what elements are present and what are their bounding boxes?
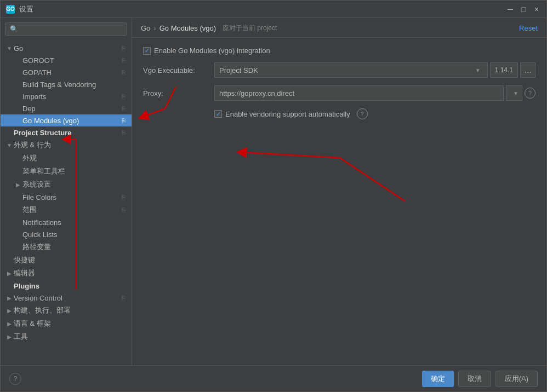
title-bar: GO 设置 ─ □ × bbox=[1, 1, 546, 18]
vgo-executable-select[interactable]: Project SDK ▼ bbox=[214, 62, 488, 78]
sidebar-item-system-settings[interactable]: ▶ 系统设置 bbox=[1, 178, 132, 191]
vendoring-label: Enable vendoring support automatically bbox=[225, 110, 350, 118]
expand-placeholder-imports bbox=[14, 92, 22, 101]
vendoring-checkbox[interactable] bbox=[214, 110, 222, 118]
vgo-executable-arrow: ▼ bbox=[473, 67, 483, 73]
sidebar-item-label-notifications: Notifications bbox=[22, 218, 127, 227]
sidebar-item-lang-frameworks[interactable]: ▶ 语言 & 框架 bbox=[1, 317, 132, 330]
expand-placeholder-build bbox=[14, 80, 22, 89]
right-panel: Go › Go Modules (vgo) 应对于当前 project Rese… bbox=[132, 18, 546, 365]
sidebar-item-label-appearance: 外观 & 行为 bbox=[14, 140, 127, 150]
vendoring-row: Enable vendoring support automatically ? bbox=[143, 108, 535, 119]
sidebar-item-imports[interactable]: Imports ⎘ bbox=[1, 90, 132, 102]
vgo-executable-row: Vgo Executable: Project SDK ▼ 1.14.1 … bbox=[143, 62, 535, 78]
copy-icon-modules[interactable]: ⎘ bbox=[120, 117, 127, 124]
proxy-dropdown-arrow: ▼ bbox=[511, 90, 521, 96]
vgo-more-button[interactable]: … bbox=[520, 62, 535, 78]
sidebar-item-label-scope: 范围 bbox=[22, 205, 120, 215]
sidebar-item-label-menus: 菜单和工具栏 bbox=[22, 166, 127, 176]
sidebar-item-gopath[interactable]: GOPATH ⎘ bbox=[1, 66, 132, 78]
sidebar-item-label-plugins: Plugins bbox=[14, 282, 127, 290]
sidebar-item-tools[interactable]: ▶ 工具 bbox=[1, 330, 132, 343]
proxy-help-icon[interactable]: ? bbox=[525, 88, 535, 99]
sidebar-item-label-build-exec: 构建、执行、部署 bbox=[14, 305, 127, 315]
expand-placeholder-dep bbox=[14, 104, 22, 113]
expand-icon-go: ▼ bbox=[5, 44, 14, 53]
sidebar-item-goroot[interactable]: GOROOT ⎘ bbox=[1, 54, 132, 66]
apply-button[interactable]: 应用(A) bbox=[495, 371, 538, 387]
expand-icon-vc: ▶ bbox=[5, 293, 14, 302]
sidebar-item-version-control[interactable]: ▶ Version Control ⎘ bbox=[1, 292, 132, 304]
sidebar-item-scope[interactable]: 范围 ⎘ bbox=[1, 203, 132, 216]
expand-icon-lf: ▶ bbox=[5, 319, 14, 328]
sidebar-item-label-file-colors: File Colors bbox=[22, 193, 120, 201]
proxy-dropdown[interactable]: ▼ bbox=[506, 85, 522, 101]
sidebar-item-label-build-tags: Build Tags & Vendoring bbox=[22, 80, 127, 89]
confirm-button[interactable]: 确定 bbox=[422, 371, 454, 387]
sidebar-item-label-gopath: GOPATH bbox=[22, 68, 120, 77]
sidebar-item-shortcuts[interactable]: 快捷键 bbox=[1, 253, 132, 267]
expand-placeholder-notif bbox=[14, 218, 22, 227]
vgo-version-badge: 1.14.1 bbox=[490, 62, 518, 78]
sidebar-item-appearance-sub[interactable]: 外观 bbox=[1, 152, 132, 165]
title-bar-controls: ─ □ × bbox=[506, 5, 541, 14]
expand-placeholder-ps bbox=[5, 128, 14, 137]
sidebar-item-label-tools: 工具 bbox=[14, 332, 127, 342]
settings-window: GO 设置 ─ □ × ▼ Go ⎘ GOROOT bbox=[0, 0, 547, 392]
sidebar-item-dep[interactable]: Dep ⎘ bbox=[1, 102, 132, 114]
copy-icon-fc[interactable]: ⎘ bbox=[120, 193, 127, 201]
sidebar-item-label-system: 系统设置 bbox=[22, 180, 127, 189]
copy-icon-goroot[interactable]: ⎘ bbox=[120, 56, 127, 64]
copy-icon-imports[interactable]: ⎘ bbox=[120, 93, 127, 100]
sidebar-item-label-shortcuts: 快捷键 bbox=[14, 255, 127, 265]
title-bar-text: 设置 bbox=[19, 4, 33, 14]
expand-placeholder-goroot bbox=[14, 56, 22, 65]
sidebar-item-label-go: Go bbox=[14, 44, 120, 53]
settings-tree: ▼ Go ⎘ GOROOT ⎘ GOPATH ⎘ bbox=[1, 40, 132, 365]
copy-icon-gopath[interactable]: ⎘ bbox=[120, 68, 127, 76]
sidebar-item-go-modules[interactable]: Go Modules (vgo) ⎘ bbox=[1, 114, 132, 126]
sidebar-item-build-tags[interactable]: Build Tags & Vendoring bbox=[1, 78, 132, 90]
help-button[interactable]: ? bbox=[9, 373, 21, 385]
sidebar-item-menus[interactable]: 菜单和工具栏 bbox=[1, 165, 132, 178]
search-input[interactable] bbox=[5, 22, 127, 36]
sidebar-item-notifications[interactable]: Notifications bbox=[1, 216, 132, 228]
sidebar: ▼ Go ⎘ GOROOT ⎘ GOPATH ⎘ bbox=[1, 18, 132, 365]
proxy-input[interactable] bbox=[214, 85, 504, 101]
sidebar-item-appearance[interactable]: ▼ 外观 & 行为 bbox=[1, 139, 132, 152]
sidebar-item-label-appearance-sub: 外观 bbox=[22, 153, 127, 163]
sidebar-item-project-structure[interactable]: Project Structure ⎘ bbox=[1, 126, 132, 139]
enable-modules-row: Enable Go Modules (vgo) integration bbox=[143, 47, 535, 55]
enable-modules-checkbox[interactable] bbox=[143, 47, 151, 55]
maximize-button[interactable]: □ bbox=[519, 5, 528, 14]
sidebar-item-label-project-structure: Project Structure bbox=[14, 129, 120, 137]
enable-modules-label: Enable Go Modules (vgo) integration bbox=[154, 47, 270, 55]
copy-icon-dep[interactable]: ⎘ bbox=[120, 105, 127, 112]
sidebar-item-build-exec[interactable]: ▶ 构建、执行、部署 bbox=[1, 304, 132, 317]
copy-icon-vc[interactable]: ⎘ bbox=[120, 294, 127, 302]
sidebar-item-label-editor: 编辑器 bbox=[14, 268, 127, 278]
expand-placeholder-modules bbox=[14, 116, 22, 125]
breadcrumb: Go › Go Modules (vgo) 应对于当前 project bbox=[141, 24, 519, 33]
sidebar-item-file-colors[interactable]: File Colors ⎘ bbox=[1, 191, 132, 203]
app-icon: GO bbox=[6, 5, 15, 14]
minimize-button[interactable]: ─ bbox=[506, 5, 515, 14]
reset-button[interactable]: Reset bbox=[519, 24, 538, 32]
sidebar-item-label-path-vars: 路径变量 bbox=[22, 242, 127, 252]
cancel-button[interactable]: 取消 bbox=[458, 371, 491, 387]
sidebar-item-editor[interactable]: ▶ 编辑器 bbox=[1, 267, 132, 280]
copy-icon-go[interactable]: ⎘ bbox=[120, 44, 127, 52]
proxy-label: Proxy: bbox=[143, 89, 214, 97]
vendoring-help-icon[interactable]: ? bbox=[357, 108, 368, 119]
sidebar-item-plugins[interactable]: Plugins bbox=[1, 280, 132, 292]
sidebar-item-quick-lists[interactable]: Quick Lists bbox=[1, 228, 132, 240]
breadcrumb-current: Go Modules (vgo) bbox=[159, 24, 216, 32]
vendoring-checkbox-wrapper: Enable vendoring support automatically ? bbox=[214, 108, 368, 119]
sidebar-item-go[interactable]: ▼ Go ⎘ bbox=[1, 42, 132, 54]
sidebar-item-path-vars[interactable]: 路径变量 bbox=[1, 240, 132, 253]
copy-icon-scope[interactable]: ⎘ bbox=[120, 206, 127, 214]
sidebar-item-label-dep: Dep bbox=[22, 105, 120, 113]
copy-icon-ps[interactable]: ⎘ bbox=[120, 129, 127, 136]
sidebar-item-label-imports: Imports bbox=[22, 93, 120, 101]
close-button[interactable]: × bbox=[532, 5, 541, 14]
